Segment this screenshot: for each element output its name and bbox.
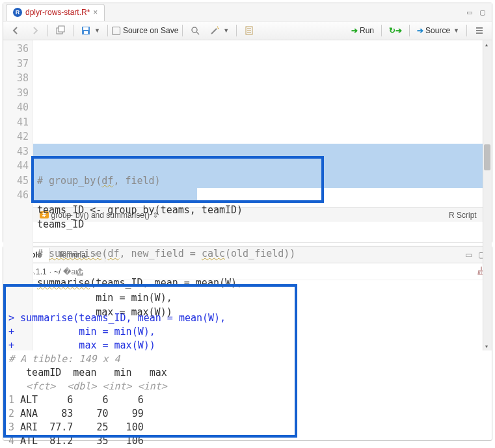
find-button[interactable]: [187, 24, 204, 37]
cell-min-0: 6: [79, 394, 108, 406]
code-line-44: summarise(teams_ID, mean = mean(W),: [37, 277, 243, 289]
code-area[interactable]: # group_by(df, field) teams_ID <- group_…: [33, 40, 483, 350]
rerun-button[interactable]: ↻➔: [386, 25, 405, 36]
source-label: Source: [425, 26, 450, 35]
notebook-icon: [244, 25, 254, 36]
wand-icon: [209, 25, 220, 36]
show-in-new-window-button[interactable]: [52, 24, 69, 37]
cell-mean-1: 83: [44, 408, 73, 419]
code-tools-button[interactable]: ▼: [206, 24, 232, 37]
scroll-thumb[interactable]: [484, 144, 490, 170]
search-icon: [190, 25, 200, 36]
close-tab-icon[interactable]: ×: [93, 8, 98, 17]
svg-line-7: [211, 29, 217, 34]
run-label: Run: [360, 26, 374, 35]
scroll-up-arrow[interactable]: ▴: [485, 41, 488, 48]
cell-team-3: ATL: [20, 435, 38, 447]
outline-icon: [474, 25, 485, 36]
run-button[interactable]: ➔ Run: [348, 25, 377, 36]
svg-point-5: [192, 27, 197, 33]
code-editor[interactable]: 3637383940414243444546 # group_by(df, fi…: [3, 40, 492, 207]
cell-max-1: 99: [114, 408, 144, 419]
forward-button[interactable]: [27, 24, 44, 37]
code-line-40: teams_ID: [37, 218, 84, 230]
cell-mean-0: 6: [44, 394, 73, 406]
svg-rect-1: [59, 26, 64, 32]
outline-button[interactable]: [471, 24, 488, 37]
editor-toolbar: ▼ Source on Save ▼ ➔ Run ↻➔ ➔ Source ▼: [3, 21, 492, 40]
cell-mean-3: 81.2: [44, 435, 73, 447]
minimize-pane-icon[interactable]: ▭: [464, 7, 475, 17]
save-icon: [81, 25, 91, 36]
rerun-arrow-icon: ↻➔: [389, 26, 402, 35]
save-button[interactable]: ▼: [77, 24, 103, 37]
svg-rect-3: [83, 27, 88, 30]
source-button[interactable]: ➔ Source ▼: [414, 25, 462, 36]
code-line-42: # summarise(df, new_field = calc(old_fie…: [37, 248, 295, 259]
code-line-39: teams_ID <- group_by(teams, teamID): [37, 204, 243, 216]
cell-min-3: 35: [79, 435, 108, 447]
editor-tabbar: R dplyr-rows-start.R* × ▭ ▢: [3, 3, 492, 21]
popout-icon: [55, 25, 66, 36]
cell-team-1: ANA: [20, 408, 38, 419]
tibble-colnames: teamID mean min max: [8, 367, 167, 378]
maximize-pane-icon[interactable]: ▢: [477, 7, 488, 17]
source-on-save-checkbox[interactable]: [112, 27, 120, 35]
svg-rect-4: [84, 31, 88, 34]
console-cmd-2: min = min(W),: [20, 326, 155, 337]
run-arrow-icon: ➔: [351, 26, 358, 35]
code-line-45: min = min(W),: [37, 292, 172, 304]
r-file-icon: R: [13, 8, 22, 17]
file-tab[interactable]: R dplyr-rows-start.R* ×: [6, 4, 105, 21]
file-tab-label: dplyr-rows-start.R*: [25, 8, 90, 17]
cell-min-2: 25: [79, 421, 108, 433]
cell-team-0: ALT: [20, 394, 38, 406]
arrow-right-icon: [30, 25, 40, 36]
arrow-left-icon: [10, 25, 21, 36]
code-line-46: max = max(W)): [37, 306, 172, 318]
cell-min-1: 70: [79, 408, 108, 419]
cell-max-2: 100: [114, 421, 144, 433]
tibble-coltypes: <fct> <dbl> <int> <int>: [8, 380, 167, 392]
cell-mean-2: 77.7: [44, 421, 73, 433]
svg-line-6: [196, 32, 199, 34]
cell-max-0: 6: [114, 394, 144, 406]
console-cmd-3: max = max(W)): [20, 339, 155, 351]
cell-max-3: 106: [114, 435, 144, 447]
cell-team-2: ARI: [20, 421, 38, 433]
compile-report-button[interactable]: [241, 24, 258, 37]
source-arrow-icon: ➔: [417, 26, 423, 35]
back-button[interactable]: [7, 24, 24, 37]
tibble-header: # A tibble: 149 x 4: [8, 353, 120, 365]
source-on-save-label: Source on Save: [123, 26, 178, 35]
editor-pane: R dplyr-rows-start.R* × ▭ ▢ ▼ Source on …: [3, 3, 492, 243]
code-line-37: # group_by(df, field): [37, 175, 161, 187]
